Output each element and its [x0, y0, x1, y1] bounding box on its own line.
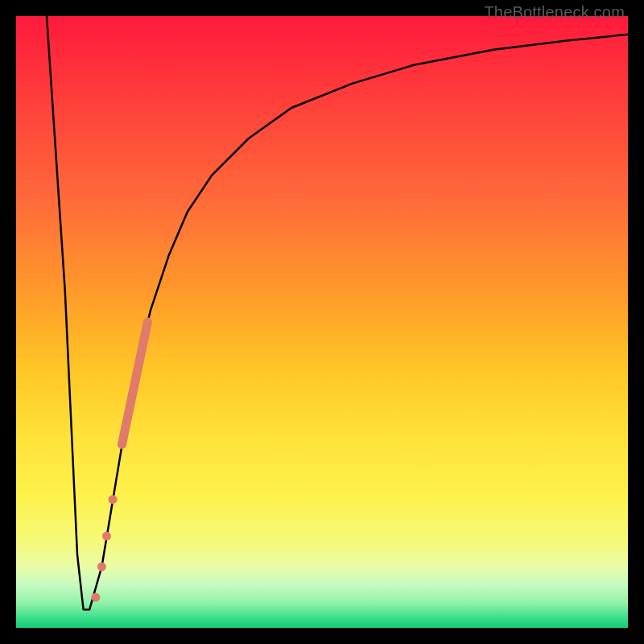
- highlight-band: [122, 322, 147, 444]
- highlight-dot: [91, 593, 100, 602]
- highlight-dot: [118, 440, 126, 449]
- chart-plot-area: [16, 16, 628, 628]
- chart-svg: [16, 16, 628, 628]
- highlight-dot: [97, 563, 106, 572]
- bottleneck-curve: [47, 16, 628, 609]
- watermark-text: TheBottleneck.com: [484, 3, 625, 22]
- highlight-dot: [109, 495, 118, 504]
- highlight-dot: [102, 532, 111, 541]
- chart-frame: TheBottleneck.com: [0, 0, 644, 644]
